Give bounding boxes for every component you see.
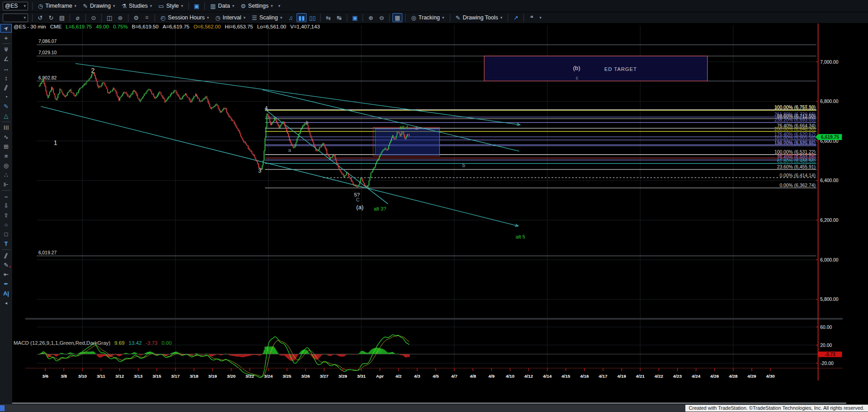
wave-label[interactable]: c — [576, 75, 578, 80]
wave-label[interactable]: a — [415, 126, 418, 131]
wave-label[interactable]: b — [462, 163, 465, 168]
trendline[interactable] — [41, 107, 519, 226]
eraser-tool[interactable]: ✎✕ — [0, 260, 12, 270]
pitchfork-tool[interactable]: ⋔ — [0, 45, 12, 54]
reload-button[interactable]: ↻ — [46, 13, 56, 22]
scatter-tool[interactable]: ∴ — [0, 170, 12, 180]
notes-style-button[interactable]: ♫ — [286, 13, 296, 22]
scaling-menu[interactable]: ☰Scaling▾ — [249, 13, 285, 23]
wave-label[interactable]: a — [288, 147, 292, 153]
extend-left-tool[interactable]: ⇤ — [0, 270, 12, 279]
refresh-button[interactable]: ↺ — [35, 13, 45, 22]
chat-button[interactable]: ❝ — [527, 13, 537, 22]
wave-label[interactable]: 4 — [265, 105, 268, 111]
list-tool[interactable]: ≡ — [0, 151, 12, 161]
new-chart-window-button[interactable]: ↗ — [511, 13, 521, 22]
quill-tool[interactable]: ✒ — [0, 279, 12, 289]
ed-target-box[interactable] — [484, 56, 708, 81]
vertical-line-tool[interactable]: ↕ — [0, 73, 12, 83]
hollow-candle-style-button[interactable]: ▯▯ — [307, 13, 317, 22]
collapse-button[interactable]: ◂ — [0, 298, 12, 308]
candle-style-button[interactable]: ▮▮ — [297, 13, 307, 22]
pointer-tool[interactable]: ➤ — [0, 23, 12, 33]
timeframe-menu[interactable]: ◷Timeframe▾ — [35, 1, 80, 11]
chart-canvas[interactable]: 7,086.077,029.106,902.826,019.272143ab5?… — [0, 23, 868, 404]
gann-fan-tool[interactable]: ◔ — [0, 92, 12, 102]
wave-label[interactable]: 5? — [354, 192, 360, 197]
chart-scrollbar[interactable] — [12, 403, 846, 404]
interval-menu[interactable]: ◷Interval▾ — [212, 13, 249, 23]
wave-label[interactable]: (b) — [573, 65, 580, 71]
pencil-icon: ✎ — [83, 3, 88, 9]
text-tool[interactable]: T — [0, 239, 12, 248]
projection-box-blue[interactable] — [375, 129, 439, 155]
calculator-tool[interactable]: ⊞ — [0, 142, 12, 151]
arrow-down-tool[interactable]: ⇩ — [0, 201, 12, 211]
annotation-tool[interactable]: A| — [0, 289, 12, 298]
wave-label[interactable]: alt 4 — [399, 125, 408, 130]
pane-separator[interactable] — [25, 318, 843, 320]
save-analysis-button[interactable]: ◫ — [104, 13, 114, 22]
wave-label[interactable]: 1 — [54, 139, 57, 146]
playback-tool[interactable]: ⊩ — [0, 180, 12, 189]
wave-label[interactable]: alt 5 — [516, 234, 525, 239]
grid-button[interactable]: ▦ — [392, 13, 402, 22]
rectangle-tool[interactable]: □ — [0, 229, 12, 239]
arc-tool[interactable]: ⌣ — [0, 192, 12, 201]
macd-value-3: -3.73 — [146, 340, 157, 346]
compress-bars-button[interactable]: ⇆ — [323, 13, 333, 22]
channel-tool-icon: ∥ — [3, 252, 9, 259]
session-template-button[interactable]: ⌗ — [142, 13, 152, 22]
trendline[interactable] — [75, 64, 520, 125]
layout-manager-button[interactable]: ▣ — [192, 1, 202, 10]
analysis-group-button[interactable]: ⊚ — [115, 13, 125, 22]
layout-button[interactable]: ▣ — [350, 13, 360, 22]
wave-label[interactable]: 2 — [91, 67, 95, 74]
ellipse-tool[interactable]: ○ — [0, 220, 12, 229]
marker-tool[interactable]: ✎ — [0, 102, 12, 111]
expand-bars-button[interactable]: ↹ — [334, 13, 344, 22]
channel-tool[interactable]: ∥ — [0, 251, 12, 260]
zoom-in-button[interactable]: ⊕ — [366, 13, 376, 22]
candle — [187, 96, 188, 97]
target-tool[interactable]: ◎ — [0, 161, 12, 170]
triangle-tool[interactable]: △ — [0, 111, 12, 121]
candle — [373, 168, 374, 170]
macd-histogram-bar — [409, 354, 410, 357]
toolbar2-overflow-caret[interactable]: ▾ — [537, 15, 544, 20]
candle — [381, 153, 382, 154]
zigzag-tool[interactable]: ∿ — [0, 132, 12, 142]
candle — [340, 169, 340, 171]
wave-label[interactable]: alt 3? — [374, 206, 387, 211]
session-hours-menu[interactable]: ◴Session Hours▾ — [157, 13, 212, 23]
horizontal-line-tool[interactable]: ↔ — [0, 64, 12, 73]
volume-bars-tool[interactable]: ☰ — [0, 123, 12, 132]
symbol-lookup-button[interactable]: ⌀ — [73, 13, 83, 22]
arrow-up-tool[interactable]: ⇧ — [0, 211, 12, 220]
wave-label[interactable]: ED TARGET — [604, 66, 637, 72]
drawing-menu[interactable]: ✎Drawing▾ — [80, 1, 118, 11]
studies-menu[interactable]: ⚗Studies▾ — [118, 1, 155, 11]
regression-tool[interactable]: ∠ — [0, 54, 12, 64]
drawing-tools-menu[interactable]: ✎Drawing Tools▾ — [453, 13, 506, 23]
tracking-menu[interactable]: ◎Tracking▾ — [408, 13, 447, 23]
candle — [338, 164, 339, 167]
wave-label[interactable]: b — [306, 120, 308, 125]
notebook-button[interactable]: ▤ — [57, 13, 67, 22]
style-menu[interactable]: ▭Style▾ — [155, 1, 186, 11]
zoom-out-button[interactable]: ⊖ — [377, 13, 387, 22]
wave-label[interactable]: (a) — [356, 204, 363, 211]
parallel-lines-tool[interactable]: ∥ — [0, 83, 12, 92]
calculator-tool-icon: ⊞ — [4, 143, 9, 150]
settings-menu[interactable]: ⚙Settings▾ — [237, 1, 276, 11]
wave-label[interactable]: C — [356, 197, 360, 202]
secondary-symbol-combo[interactable]: ▾ — [3, 14, 28, 22]
chart-analysis-button[interactable]: ⊙ — [89, 13, 99, 22]
wave-label[interactable]: 3 — [258, 168, 261, 174]
candle — [214, 106, 215, 107]
toolbar-overflow-caret[interactable]: ▾ — [276, 4, 283, 8]
format-symbol-button[interactable]: ⚙ — [131, 13, 141, 22]
crosshair-tool[interactable]: + — [0, 33, 12, 42]
symbol-combo[interactable]: @ES▾ — [3, 2, 28, 10]
data-menu[interactable]: ▥Data▾ — [207, 1, 237, 11]
